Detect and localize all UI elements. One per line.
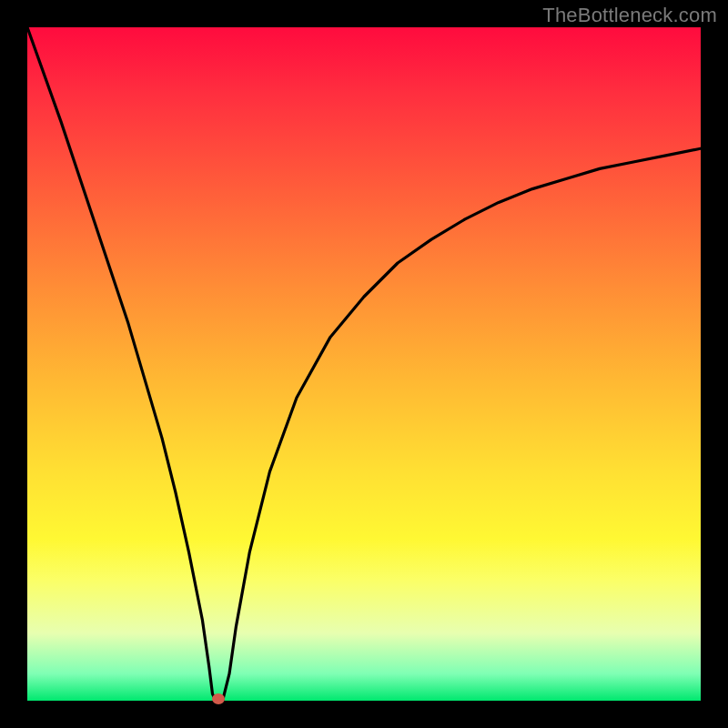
watermark-text: TheBottleneck.com [542,4,717,27]
curve-svg [27,27,701,701]
bottleneck-curve [27,27,701,701]
minimum-marker [212,693,225,704]
chart-frame: TheBottleneck.com [0,0,728,728]
plot-area [27,27,701,701]
